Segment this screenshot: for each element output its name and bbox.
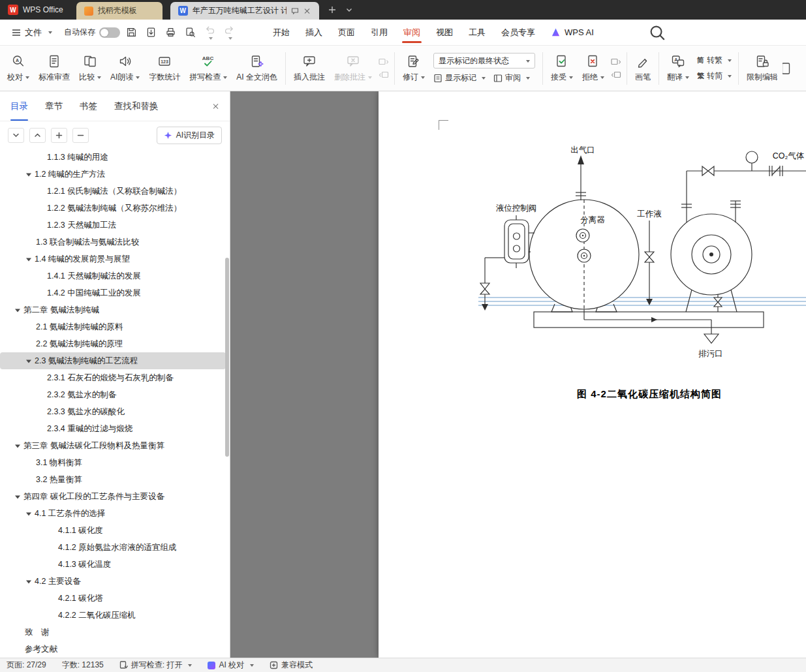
outline-item[interactable]: 参考文献: [0, 641, 230, 658]
output-button[interactable]: [142, 24, 159, 41]
wps-office-brand[interactable]: W WPS Office: [0, 0, 74, 20]
sidebar-tab-章节[interactable]: 章节: [45, 91, 63, 121]
reject-button[interactable]: 拒绝: [578, 48, 609, 89]
delete-comment-button[interactable]: 删除批注: [330, 48, 377, 89]
outline-item[interactable]: 4.1.2 原始氨盐水溶液的适宜组成: [0, 539, 230, 556]
autosave-toggle[interactable]: [99, 27, 120, 38]
print-button[interactable]: [162, 24, 179, 41]
sidebar-scrollbar-thumb[interactable]: [225, 258, 229, 457]
next-comment-button[interactable]: [379, 71, 389, 79]
ai-polish-button[interactable]: AI 全文润色: [232, 48, 282, 89]
ai-read-button[interactable]: AI朗读: [106, 48, 144, 89]
previous-comment-button[interactable]: [379, 58, 389, 66]
menu-插入[interactable]: 插入: [298, 20, 330, 45]
file-menu-button[interactable]: 文件: [7, 24, 57, 41]
next-revision-button[interactable]: [611, 71, 621, 79]
close-tab-icon[interactable]: [303, 7, 311, 15]
tab-template-store[interactable]: 找稻壳模板: [76, 2, 163, 20]
menu-页面[interactable]: 页面: [330, 20, 363, 45]
review-pane-button[interactable]: 审阅: [493, 72, 530, 84]
expand-triangle-icon[interactable]: [15, 309, 20, 314]
sidebar-tab-目录[interactable]: 目录: [10, 91, 28, 121]
clipped-ribbon-button[interactable]: [783, 48, 792, 89]
translate-button[interactable]: A 翻译: [662, 48, 694, 89]
undo-button[interactable]: [201, 24, 218, 41]
outline-item[interactable]: 1.1.3 纯碱的用途: [0, 149, 230, 166]
outline-item[interactable]: 1.4.2 中国纯碱工业的发展: [0, 284, 230, 301]
menu-引用[interactable]: 引用: [363, 20, 395, 45]
outline-item[interactable]: 1.4.1 天然碱制碱法的发展: [0, 267, 230, 284]
previous-revision-button[interactable]: [611, 58, 621, 66]
outline-item[interactable]: 2.3.4 重碱的过滤与煅烧: [0, 420, 230, 437]
outline-item[interactable]: 1.2 纯碱的生产方法: [0, 166, 230, 183]
close-pane-icon[interactable]: [211, 102, 219, 110]
outline-item[interactable]: 2.3.2 氨盐水的制备: [0, 386, 230, 403]
outline-item[interactable]: 1.2.3 天然碱加工法: [0, 217, 230, 234]
menu-工具[interactable]: 工具: [461, 20, 493, 45]
expand-triangle-icon[interactable]: [26, 512, 31, 518]
compatibility-mode-indicator[interactable]: 兼容模式: [270, 660, 313, 671]
expand-triangle-icon[interactable]: [26, 580, 31, 586]
expand-triangle-icon[interactable]: [26, 173, 31, 179]
outline-item[interactable]: 1.3 联合制碱法与氨碱法比较: [0, 234, 230, 251]
document-page[interactable]: 出气口 CO₂气体 液位控制阀 分离器 工作液 排污口 图 4-2二氧化碳压缩机…: [379, 91, 806, 658]
accept-button[interactable]: 接受: [546, 48, 578, 89]
expand-triangle-icon[interactable]: [15, 495, 20, 501]
save-button[interactable]: [123, 24, 140, 41]
expand-triangle-icon[interactable]: [15, 444, 20, 450]
track-changes-button[interactable]: 修订: [398, 48, 429, 89]
outline-item[interactable]: 3.2 热量衡算: [0, 471, 230, 488]
outline-item[interactable]: 2.2 氨碱法制纯碱的原理: [0, 335, 230, 352]
expand-triangle-icon[interactable]: [26, 359, 31, 365]
expand-triangle-icon[interactable]: [26, 258, 31, 264]
outline-item[interactable]: 第二章 氨碱法制纯碱: [0, 301, 230, 318]
sidebar-tab-书签[interactable]: 书签: [80, 91, 97, 121]
outline-item[interactable]: 第四章 碳化工段的工艺条件与主要设备: [0, 488, 230, 505]
restrict-edit-button[interactable]: 限制编辑: [742, 48, 783, 89]
sidebar-tab-查找和替换[interactable]: 查找和替换: [114, 91, 159, 121]
outline-item[interactable]: 4.2.1 碳化塔: [0, 590, 230, 607]
outline-item[interactable]: 1.2.2 氨碱法制纯碱（又称苏尔维法）: [0, 200, 230, 217]
print-preview-button[interactable]: [181, 24, 198, 41]
outline-item[interactable]: 2.3.1 石灰石的煅烧与石灰乳的制备: [0, 369, 230, 386]
spell-check-status[interactable]: 拼写检查: 打开: [119, 660, 193, 671]
draw-pen-button[interactable]: 画笔: [630, 48, 655, 89]
insert-comment-button[interactable]: 插入批注: [289, 48, 330, 89]
word-count-button[interactable]: 123 字数统计: [144, 48, 185, 89]
outline-item[interactable]: 致 谢: [0, 624, 230, 641]
markup-state-select[interactable]: 显示标记的最终状态: [433, 53, 535, 69]
outline-item[interactable]: 4.1 工艺条件的选择: [0, 505, 230, 522]
tab-list-chevron-icon[interactable]: [345, 6, 353, 14]
menu-开始[interactable]: 开始: [265, 20, 298, 45]
redo-button[interactable]: [221, 24, 238, 41]
outline-item[interactable]: 第三章 氨碱法碳化工段物料及热量衡算: [0, 437, 230, 454]
simplified-to-traditional-button[interactable]: 简 转繁: [697, 55, 732, 66]
outline-item[interactable]: 1.4 纯碱的发展前景与展望: [0, 251, 230, 267]
outline-item[interactable]: 2.3 氨碱法制纯碱的工艺流程: [0, 352, 226, 369]
proofread-button[interactable]: A 校对: [3, 48, 34, 89]
ai-proofread-status[interactable]: AI 校对: [208, 660, 254, 671]
outline-item[interactable]: 1.2.1 侯氏制碱法（又称联合制碱法）: [0, 183, 230, 200]
spell-check-button[interactable]: ABC 拼写检查: [185, 48, 232, 89]
menu-审阅[interactable]: 审阅: [395, 20, 428, 45]
outline-item[interactable]: 2.1 氨碱法制纯碱的原料: [0, 318, 230, 335]
search-button[interactable]: [649, 24, 666, 41]
outline-item[interactable]: 4.2.2 二氧化碳压缩机: [0, 607, 230, 624]
traditional-to-simplified-button[interactable]: 繁 转简: [697, 70, 732, 82]
sidebar-scrollbar[interactable]: [225, 149, 230, 658]
outline-item[interactable]: 3.1 物料衡算: [0, 454, 230, 471]
menu-会员专享[interactable]: 会员专享: [493, 20, 543, 45]
menu-视图[interactable]: 视图: [428, 20, 461, 45]
new-tab-icon[interactable]: [328, 6, 336, 14]
standard-review-button[interactable]: 标准审查: [34, 48, 74, 89]
outline-item[interactable]: 4.1.3 碳化温度: [0, 556, 230, 573]
compare-button[interactable]: 比较: [74, 48, 106, 89]
outline-item[interactable]: 4.1.1 碳化度: [0, 522, 230, 539]
tab-document[interactable]: W 年产五万吨纯碱工艺设计 计算: [170, 2, 319, 20]
outline-item-label: 1.2.2 氨碱法制纯碱（又称苏尔维法）: [47, 203, 181, 214]
wps-ai-menu[interactable]: WPS AI: [543, 27, 602, 37]
outline-item[interactable]: 2.3.3 氨盐水的碳酸化: [0, 403, 230, 420]
show-markup-button[interactable]: 显示标记: [433, 72, 486, 84]
outline-item[interactable]: 4.2 主要设备: [0, 573, 230, 590]
word-count-indicator[interactable]: 字数: 12135: [62, 660, 104, 671]
